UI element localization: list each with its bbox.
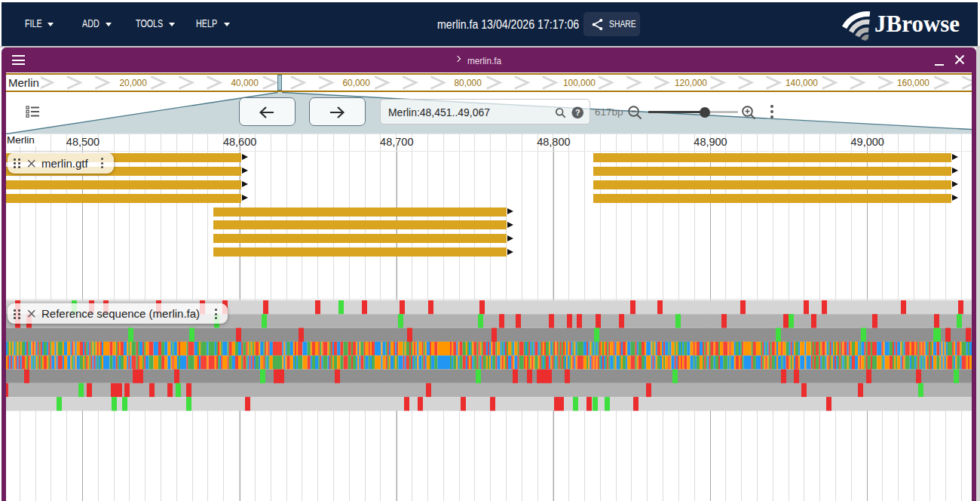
svg-text:?: ? [575, 108, 580, 117]
